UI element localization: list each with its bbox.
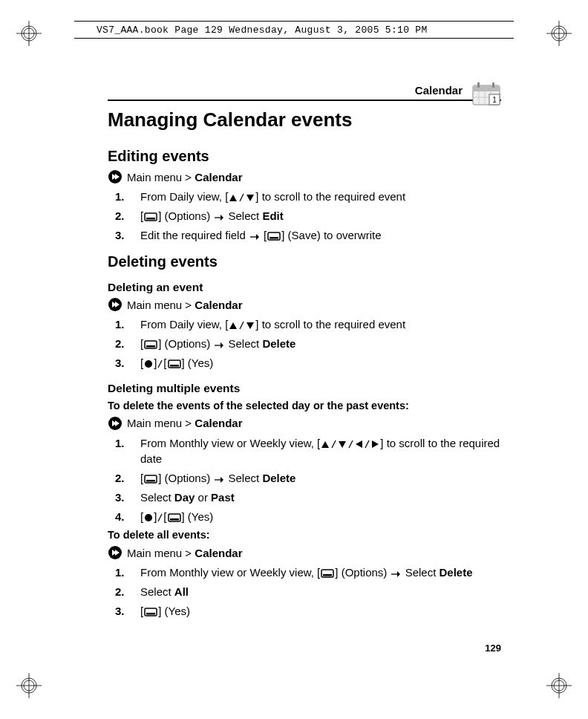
softkey-icon: [144, 212, 157, 221]
svg-rect-29: [146, 218, 155, 220]
arrow-right-icon: [214, 342, 224, 349]
list-item: [] (Options) Select Delete: [115, 470, 501, 487]
list-item: From Monthly view or Weekly view, [] (Op…: [115, 565, 501, 581]
up-icon: [229, 194, 238, 202]
nav-arrow-icon: [108, 169, 122, 184]
page-content: Calendar 1 Managing Calendar events Edit…: [108, 82, 501, 622]
softkey-icon: [267, 232, 281, 241]
center-key-icon: [144, 360, 153, 368]
calendar-icon: 1: [471, 82, 501, 105]
arrow-right-icon: [214, 214, 224, 221]
softkey-icon: [168, 360, 181, 368]
softkey-icon: [144, 340, 157, 349]
softkey-icon: [144, 608, 157, 616]
svg-point-4: [552, 26, 566, 41]
svg-point-39: [145, 360, 152, 368]
svg-rect-17: [473, 85, 500, 91]
crop-mark-icon: [16, 673, 42, 698]
slash-icon: [157, 513, 163, 522]
crop-mark-icon: [546, 673, 572, 698]
slash-icon: [239, 321, 244, 330]
heading-deleting-one: Deleting an event: [108, 281, 501, 294]
svg-line-44: [332, 440, 336, 448]
steps-deleting-multi: From Monthly view or Weekly view, [] to …: [108, 435, 501, 525]
list-item: Select Day or Past: [115, 489, 501, 506]
list-item: From Monthly view or Weekly view, [] to …: [115, 435, 501, 468]
center-key-icon: [144, 513, 153, 522]
svg-line-51: [158, 514, 162, 521]
down-icon: [338, 440, 347, 449]
down-icon: [246, 322, 255, 330]
breadcrumb-text: Main menu > Calendar: [127, 417, 243, 429]
svg-point-50: [145, 514, 152, 521]
list-item: Select All: [115, 584, 501, 600]
list-item: [][] (Yes): [115, 509, 501, 525]
breadcrumb: Main menu > Calendar: [108, 169, 501, 184]
softkey-icon: [144, 475, 157, 484]
up-icon: [229, 322, 238, 330]
left-icon: [355, 440, 363, 449]
nav-arrow-icon: [108, 545, 122, 560]
page-title: Managing Calendar events: [108, 108, 501, 131]
svg-rect-37: [146, 345, 155, 348]
page-number: 129: [485, 642, 501, 654]
breadcrumb-text: Main menu > Calendar: [127, 547, 243, 559]
list-item: [][] (Yes): [115, 355, 501, 371]
section-label: Calendar: [415, 84, 463, 97]
lead-text: To delete the events of the selected day…: [108, 400, 501, 411]
nav-arrow-icon: [108, 416, 122, 431]
section-header: Calendar 1: [108, 82, 501, 101]
heading-editing: Editing events: [108, 148, 501, 165]
svg-line-40: [158, 360, 162, 368]
svg-rect-56: [323, 574, 332, 576]
slash-icon: [157, 360, 163, 368]
svg-line-35: [240, 322, 244, 329]
svg-rect-48: [146, 480, 155, 482]
crop-mark-icon: [546, 21, 572, 46]
up-icon: [321, 440, 330, 449]
slash-icon: [331, 440, 336, 449]
slash-icon: [239, 193, 244, 202]
list-item: [] (Options) Select Delete: [115, 336, 501, 352]
breadcrumb: Main menu > Calendar: [108, 416, 501, 431]
svg-line-46: [365, 440, 369, 448]
right-icon: [371, 440, 379, 449]
svg-rect-42: [170, 365, 179, 367]
svg-point-5: [554, 28, 564, 39]
svg-point-0: [22, 26, 36, 41]
list-item: From Daily view, [] to scroll to the req…: [115, 189, 501, 205]
document-header-text: VS7_AAA.book Page 129 Wednesday, August …: [97, 25, 428, 36]
list-item: [] (Yes): [115, 603, 501, 619]
slash-icon: [365, 440, 370, 449]
svg-text:1: 1: [492, 96, 497, 104]
breadcrumb-text: Main menu > Calendar: [127, 299, 243, 311]
svg-rect-33: [270, 237, 278, 239]
softkey-icon: [168, 513, 181, 522]
breadcrumb: Main menu > Calendar: [108, 297, 501, 312]
nav-arrow-icon: [108, 297, 122, 312]
svg-line-45: [349, 440, 353, 448]
steps-deleting-all: From Monthly view or Weekly view, [] (Op…: [108, 565, 501, 619]
svg-line-27: [240, 194, 244, 201]
svg-rect-53: [170, 518, 179, 521]
svg-rect-59: [146, 613, 155, 615]
svg-rect-25: [492, 82, 494, 88]
svg-point-12: [552, 678, 566, 693]
heading-deleting: Deleting events: [108, 253, 501, 270]
svg-point-9: [24, 680, 34, 691]
down-icon: [246, 194, 255, 202]
slash-icon: [348, 440, 353, 449]
document-header: VS7_AAA.book Page 129 Wednesday, August …: [74, 21, 514, 39]
breadcrumb-text: Main menu > Calendar: [127, 171, 243, 183]
svg-point-1: [24, 28, 34, 39]
lead-text: To delete all events:: [108, 529, 501, 541]
svg-rect-24: [477, 82, 480, 88]
list-item: Edit the required field [] (Save) to ove…: [115, 227, 501, 244]
arrow-right-icon: [214, 476, 224, 484]
heading-deleting-multi: Deleting multiple events: [108, 382, 501, 395]
svg-point-13: [554, 680, 564, 691]
softkey-icon: [321, 569, 334, 578]
breadcrumb: Main menu > Calendar: [108, 545, 501, 560]
arrow-right-icon: [249, 233, 260, 241]
list-item: [] (Options) Select Edit: [115, 208, 501, 224]
